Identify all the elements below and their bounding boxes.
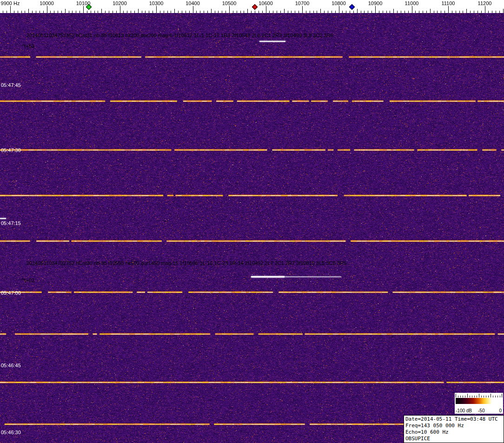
info-date-line: Date=2014-05-11 Time=03:48 UTC xyxy=(405,416,502,423)
time-axis-label: 05:47:45 xyxy=(1,82,21,88)
freq-tick-label: 11000 xyxy=(405,0,419,6)
freq-tick-label: 10000 xyxy=(40,0,54,6)
info-echo-line: Echo=10 600 Hz xyxy=(405,429,502,436)
freq-tick-label: 10400 xyxy=(186,0,200,6)
freq-tick-label: 9900 Hz xyxy=(1,0,20,6)
detection-annotation: 20140511034753352 hCnt31 nb-85 f10613 hi… xyxy=(27,33,333,38)
spectrogram-canvas[interactable] xyxy=(0,13,504,443)
spectrogram-display[interactable]: 05:47:4505:47:3005:47:1505:47:0005:46:45… xyxy=(0,13,504,443)
frequency-ruler[interactable]: 9900 Hz100001010010200103001040010500106… xyxy=(0,0,504,13)
time-axis-label: 05:47:30 xyxy=(1,147,21,153)
colorbar-ticks xyxy=(456,393,502,397)
status-info-box: Date=2014-05-11 Time=03:48 UTC Freq=143 … xyxy=(404,415,504,443)
colorbar-label-min: -100 dB xyxy=(456,408,472,413)
spectrogram-app-window: 9900 Hz100001010010200103001040010500106… xyxy=(0,0,504,443)
detection-annotation: ^t+53 xyxy=(22,43,34,49)
info-freq-line: Freq=143 050 000 Hz xyxy=(405,423,502,429)
freq-tick-label: 10200 xyxy=(113,0,127,6)
freq-tick-label: 10300 xyxy=(149,0,164,6)
detection-annotation: 20140511034702752 hCnt30 nb-85 f10595 hi… xyxy=(27,260,346,266)
time-axis-label: 05:47:00 xyxy=(1,290,21,296)
colorbar: -100 dB -50 0 xyxy=(455,393,503,414)
colorbar-label-max: 0 xyxy=(499,408,502,413)
freq-tick-label: 10800 xyxy=(332,0,346,6)
colorbar-label-mid: -50 xyxy=(478,408,484,413)
freq-tick-label: 11100 xyxy=(442,0,455,6)
info-station-line: OBSUPICE xyxy=(405,436,502,442)
colorbar-gradient xyxy=(456,398,502,404)
freq-tick-label: 10700 xyxy=(295,0,310,6)
detection-annotation: ^t+02 xyxy=(22,278,34,283)
time-axis-label: 05:46:45 xyxy=(1,363,21,368)
time-axis-label: 05:47:15 xyxy=(1,220,21,226)
time-axis-label: 05:46:30 xyxy=(1,430,21,435)
freq-tick-label: 10600 xyxy=(259,0,273,6)
freq-tick-label: 11200 xyxy=(478,0,492,6)
freq-tick-label: 10500 xyxy=(222,0,237,6)
freq-tick-label: 10900 xyxy=(368,0,383,6)
